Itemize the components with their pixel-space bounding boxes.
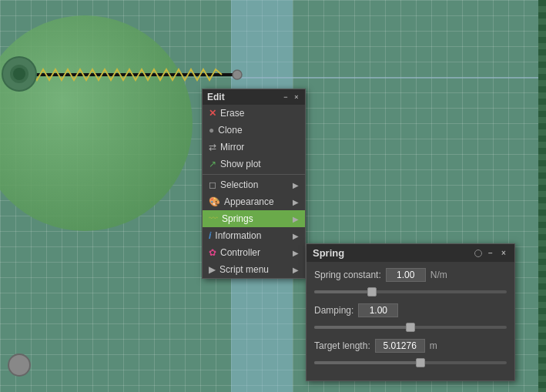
edit-menu-item-erase[interactable]: ✕ Erase [203,105,305,122]
target-length-label: Target length: [314,340,370,351]
clone-label: Clone [218,125,242,136]
appearance-icon: 🎨 [209,196,220,207]
edit-menu-controls: − × [282,93,300,101]
damping-row: Damping: [314,303,507,317]
edit-menu-titlebar: Edit − × [203,89,305,105]
svg-point-2 [233,70,242,79]
spring-panel-minimize-btn[interactable]: − [486,249,495,258]
edit-menu-item-mirror[interactable]: ⇄ Mirror [203,139,305,156]
information-submenu-arrow: ▶ [293,232,299,240]
springs-submenu-arrow: ▶ [293,215,299,223]
spring-panel: Spring − × Spring constant: N/m Damping: [306,243,515,381]
information-label: Information [215,230,261,241]
edit-menu-item-clone[interactable]: ● Clone [203,122,305,139]
svg-point-5 [13,68,25,80]
controller-icon: ✿ [209,247,216,258]
spring-visual [8,65,246,84]
spring-panel-body: Spring constant: N/m Damping: Target len… [306,262,514,380]
controller-submenu-arrow: ▶ [293,249,299,257]
target-length-slider-thumb[interactable] [416,358,425,367]
edit-menu-item-showplot[interactable]: ↗ Show plot [203,156,305,173]
controller-label: Controller [220,247,260,258]
damping-label: Damping: [314,305,353,316]
corner-circle-decoration [8,353,31,377]
showplot-label: Show plot [220,159,261,169]
selection-label: Selection [220,179,258,190]
appearance-submenu-arrow: ▶ [293,198,299,206]
target-length-row: Target length: m [314,339,507,353]
mirror-label: Mirror [220,142,244,152]
clone-icon: ● [209,125,214,136]
spring-panel-close-btn[interactable]: × [499,249,508,258]
mirror-icon: ⇄ [209,142,216,152]
spring-constant-label: Spring constant: [314,270,381,280]
spring-panel-controls: − × [474,249,508,258]
selection-icon: ◻ [209,179,216,190]
spring-panel-circle-btn[interactable] [474,250,482,257]
appearance-label: Appearance [224,196,274,207]
spring-constant-row: Spring constant: N/m [314,268,507,282]
target-length-slider-container [314,357,507,368]
spring-constant-slider-fill [314,290,372,293]
selection-submenu-arrow: ▶ [293,181,299,189]
erase-icon: ✕ [209,108,216,119]
spring-constant-slider-thumb[interactable] [367,287,377,297]
spring-constant-slider-container [314,286,507,297]
edit-menu-item-springs[interactable]: 〰 Springs ▶ [203,210,305,227]
edit-menu-item-information[interactable]: i Information ▶ [203,227,305,244]
spring-panel-titlebar: Spring − × [306,244,514,262]
spring-constant-input[interactable] [386,268,426,282]
edit-menu-title: Edit [207,92,225,102]
springs-icon: 〰 [209,213,218,224]
scriptmenu-submenu-arrow: ▶ [293,266,299,274]
erase-label: Erase [220,108,244,119]
damping-slider-thumb[interactable] [406,323,415,332]
edit-menu-close-btn[interactable]: × [293,93,300,101]
edit-menu-minimize-btn[interactable]: − [282,93,290,101]
edit-context-menu: Edit − × ✕ Erase ● Clone ⇄ Mirror ↗ Show… [202,89,306,279]
spring-constant-unit: N/m [430,270,447,280]
right-edge-pattern [538,0,546,392]
target-length-unit: m [430,340,437,351]
damping-slider-fill [314,326,410,329]
showplot-icon: ↗ [209,159,216,169]
edit-menu-item-scriptmenu[interactable]: ▶ Script menu ▶ [203,261,305,278]
edit-menu-item-controller[interactable]: ✿ Controller ▶ [203,244,305,261]
menu-separator-1 [203,174,305,175]
information-icon: i [209,230,211,241]
edit-menu-item-appearance[interactable]: 🎨 Appearance ▶ [203,193,305,210]
scriptmenu-label: Script menu [219,264,269,275]
damping-slider-container [314,322,507,333]
scriptmenu-icon: ▶ [209,264,216,275]
horizontal-line [231,77,546,79]
spring-panel-title: Spring [313,247,344,259]
edit-menu-item-selection[interactable]: ◻ Selection ▶ [203,176,305,193]
target-length-slider-fill [314,361,420,364]
target-length-input[interactable] [375,339,425,353]
springs-label: Springs [222,213,253,224]
damping-input[interactable] [358,303,398,317]
gear-left [0,52,39,95]
